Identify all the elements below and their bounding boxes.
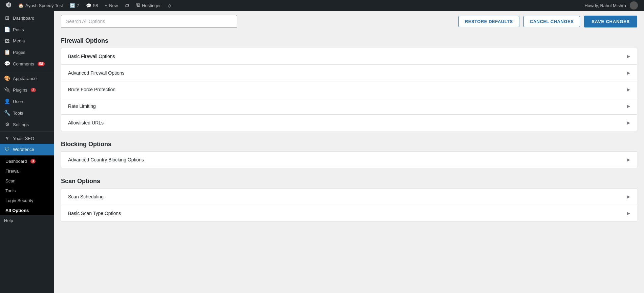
comments-icon: 💬 [86, 3, 91, 8]
accordion-header-brute-force[interactable]: Brute Force Protection ▶ [61, 81, 637, 98]
sidebar-item-tools[interactable]: 🔧 Tools [0, 107, 54, 119]
sidebar-item-wf-firewall[interactable]: Firewall [0, 166, 54, 176]
sidebar-item-wordfence[interactable]: 🛡 Wordfence [0, 144, 54, 155]
accordion-header-advanced-country[interactable]: Advanced Country Blocking Options ▶ [61, 152, 637, 168]
search-input[interactable] [61, 15, 237, 28]
accordion-header-basic-scan-type[interactable]: Basic Scan Type Options ▶ [61, 205, 637, 221]
brute-force-arrow: ▶ [627, 87, 630, 92]
allowlisted-urls-arrow: ▶ [627, 120, 630, 125]
adminbar-site-name[interactable]: 🏠 Ayush Speedy Test [15, 0, 66, 11]
posts-icon: 📄 [4, 26, 10, 33]
accordion-rate-limiting[interactable]: Rate Limiting ▶ [61, 98, 637, 115]
new-icon: + [105, 3, 108, 8]
user-greeting-label: Howdy, Rahul Mishra [584, 3, 626, 8]
sidebar-item-pages[interactable]: 📋 Pages [0, 46, 54, 58]
basic-scan-type-arrow: ▶ [627, 211, 630, 216]
main-layout: ⊞ Dashboard 📄 Posts 🖼 Media 📋 Pages 💬 Co… [0, 11, 644, 293]
hostinger-label: Hostinger [142, 3, 161, 8]
page-content: Firewall Options Basic Firewall Options … [54, 32, 644, 233]
blocking-section-title: Blocking Options [61, 135, 637, 151]
accordion-advanced-country[interactable]: Advanced Country Blocking Options ▶ [61, 151, 637, 168]
accordion-scan-scheduling[interactable]: Scan Scheduling ▶ [61, 188, 637, 205]
cancel-changes-button[interactable]: CANCEL CHANGES [523, 16, 580, 27]
sidebar-item-users[interactable]: 👤 Users [0, 96, 54, 107]
accordion-header-basic-firewall[interactable]: Basic Firewall Options ▶ [61, 48, 637, 64]
content-area: RESTORE DEFAULTS CANCEL CHANGES SAVE CHA… [54, 11, 644, 293]
save-changes-button[interactable]: SAVE CHANGES [584, 16, 637, 27]
plugins-badge: 3 [31, 88, 36, 92]
firewall-options-group: Basic Firewall Options ▶ Advanced Firewa… [61, 48, 637, 131]
firewall-section-title: Firewall Options [61, 32, 637, 48]
wordfence-submenu: Dashboard 3 Firewall Scan Tools Login Se… [0, 156, 54, 215]
adminbar-diamond[interactable]: ◇ [164, 0, 174, 11]
accordion-header-allowlisted-urls[interactable]: Allowlisted URLs ▶ [61, 115, 637, 131]
scan-scheduling-label: Scan Scheduling [68, 194, 104, 199]
sidebar-label-appearance: Appearance [13, 76, 37, 81]
adminbar-user-greeting[interactable]: Howdy, Rahul Mishra [581, 0, 641, 11]
adminbar-new[interactable]: + New [102, 0, 122, 11]
allowlisted-urls-label: Allowlisted URLs [68, 120, 104, 125]
sidebar-label-dashboard: Dashboard [13, 16, 35, 21]
accordion-header-advanced-firewall[interactable]: Advanced Firewall Options ▶ [61, 65, 637, 81]
sidebar-item-wf-scan[interactable]: Scan [0, 176, 54, 186]
sidebar-item-media[interactable]: 🖼 Media [0, 35, 54, 46]
accordion-advanced-firewall[interactable]: Advanced Firewall Options ▶ [61, 64, 637, 81]
sidebar-item-settings[interactable]: ⚙ Settings [0, 119, 54, 130]
brute-force-label: Brute Force Protection [68, 87, 115, 92]
basic-firewall-label: Basic Firewall Options [68, 54, 115, 59]
advanced-country-label: Advanced Country Blocking Options [68, 157, 144, 162]
site-home-icon: 🏠 [18, 3, 24, 8]
sidebar-item-wf-login-security[interactable]: Login Security [0, 196, 54, 206]
wf-scan-label: Scan [5, 178, 16, 183]
diamond-icon: ◇ [168, 3, 171, 8]
sidebar-item-yoast[interactable]: Y Yoast SEO [0, 133, 54, 144]
sidebar-item-help[interactable]: Help [0, 215, 54, 226]
sidebar-label-yoast: Yoast SEO [13, 136, 34, 141]
adminbar-yoast[interactable]: 🏷 [121, 0, 132, 11]
sidebar-item-appearance[interactable]: 🎨 Appearance [0, 73, 54, 84]
updates-count: 7 [77, 3, 79, 8]
scan-scheduling-arrow: ▶ [627, 194, 630, 199]
sidebar-item-posts[interactable]: 📄 Posts [0, 24, 54, 35]
sidebar-label-settings: Settings [13, 122, 29, 127]
appearance-icon: 🎨 [4, 75, 10, 81]
sidebar-item-dashboard[interactable]: ⊞ Dashboard [0, 12, 54, 24]
adminbar-wp-logo[interactable]: 🅦 [3, 0, 15, 11]
scan-options-group: Scan Scheduling ▶ Basic Scan Type Option… [61, 188, 637, 222]
sidebar-item-wf-tools[interactable]: Tools [0, 186, 54, 196]
media-icon: 🖼 [4, 38, 10, 44]
updates-icon: 🔄 [70, 3, 75, 8]
accordion-basic-scan-type[interactable]: Basic Scan Type Options ▶ [61, 205, 637, 222]
comments-count: 58 [93, 3, 98, 8]
accordion-header-rate-limiting[interactable]: Rate Limiting ▶ [61, 98, 637, 114]
pages-icon: 📋 [4, 49, 10, 55]
sidebar-label-media: Media [13, 38, 25, 43]
sidebar-item-plugins[interactable]: 🔌 Plugins 3 [0, 84, 54, 96]
adminbar-hostinger[interactable]: 🏗 Hostinger [132, 0, 164, 11]
adminbar-comments[interactable]: 💬 58 [83, 0, 101, 11]
wf-all-options-label: All Options [5, 208, 29, 213]
advanced-firewall-label: Advanced Firewall Options [68, 70, 125, 76]
sidebar-item-wf-dashboard[interactable]: Dashboard 3 [0, 156, 54, 166]
restore-defaults-button[interactable]: RESTORE DEFAULTS [458, 16, 519, 27]
help-label: Help [4, 218, 13, 223]
advanced-country-arrow: ▶ [627, 157, 630, 162]
accordion-brute-force[interactable]: Brute Force Protection ▶ [61, 81, 637, 98]
comments-sidebar-icon: 💬 [4, 61, 10, 67]
sidebar-item-wf-all-options[interactable]: All Options [0, 206, 54, 215]
users-icon: 👤 [4, 98, 10, 104]
wf-tools-label: Tools [5, 188, 16, 193]
wf-firewall-label: Firewall [5, 169, 21, 174]
wf-dashboard-badge: 3 [30, 159, 36, 163]
accordion-header-scan-scheduling[interactable]: Scan Scheduling ▶ [61, 189, 637, 205]
adminbar-updates[interactable]: 🔄 7 [66, 0, 83, 11]
accordion-allowlisted-urls[interactable]: Allowlisted URLs ▶ [61, 114, 637, 131]
dashboard-icon: ⊞ [4, 15, 10, 21]
accordion-basic-firewall[interactable]: Basic Firewall Options ▶ [61, 48, 637, 65]
scan-section-title: Scan Options [61, 172, 637, 188]
site-name-label: Ayush Speedy Test [25, 3, 63, 8]
yoast-icon: 🏷 [125, 3, 129, 8]
sidebar-item-comments[interactable]: 💬 Comments 58 [0, 58, 54, 70]
advanced-firewall-arrow: ▶ [627, 71, 630, 75]
wf-dashboard-label: Dashboard [5, 159, 27, 164]
